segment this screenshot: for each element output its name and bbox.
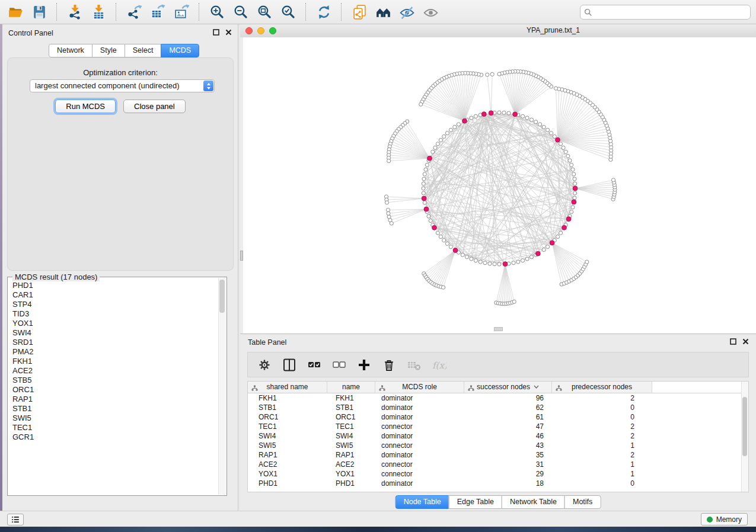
graph-node[interactable] bbox=[570, 210, 573, 214]
graph-hub-node[interactable] bbox=[462, 118, 467, 123]
graph-hub-node[interactable] bbox=[422, 196, 426, 201]
criterion-select[interactable]: largest connected component (undirected) bbox=[30, 79, 215, 92]
column-layout-button[interactable] bbox=[281, 357, 298, 373]
graph-node[interactable] bbox=[497, 111, 501, 114]
save-session-button[interactable] bbox=[28, 2, 50, 21]
graph-node[interactable] bbox=[470, 116, 473, 120]
graph-node[interactable] bbox=[390, 222, 393, 225]
graph-node[interactable] bbox=[493, 262, 496, 266]
graph-node[interactable] bbox=[445, 242, 449, 245]
table-scrollbar[interactable] bbox=[741, 382, 748, 492]
graph-node[interactable] bbox=[442, 239, 446, 242]
mcds-result-item[interactable]: YOX1 bbox=[12, 319, 219, 328]
graph-node[interactable] bbox=[439, 138, 442, 142]
graph-node[interactable] bbox=[562, 146, 565, 149]
graph-node[interactable] bbox=[422, 191, 425, 195]
graph-node[interactable] bbox=[542, 248, 546, 252]
graph-node[interactable] bbox=[488, 262, 492, 265]
memory-button[interactable]: Memory bbox=[701, 513, 748, 525]
column-header-name[interactable]: name bbox=[327, 382, 375, 393]
graph-node[interactable] bbox=[419, 102, 423, 106]
graph-node[interactable] bbox=[385, 201, 388, 204]
network-window-titlebar[interactable]: YPA_prune.txt_1 bbox=[240, 24, 756, 38]
mcds-result-item[interactable]: FKH1 bbox=[12, 357, 219, 366]
graph-node[interactable] bbox=[521, 259, 525, 262]
create-column-button[interactable] bbox=[356, 357, 372, 373]
graph-node[interactable] bbox=[566, 154, 570, 158]
graph-node[interactable] bbox=[525, 257, 529, 261]
graph-node[interactable] bbox=[507, 111, 511, 115]
graph-node[interactable] bbox=[423, 201, 426, 204]
column-header-successor-nodes[interactable]: successor nodes bbox=[464, 382, 552, 393]
graph-node[interactable] bbox=[564, 150, 567, 153]
table-row[interactable]: SWI4SWI4dominator462 bbox=[248, 431, 748, 441]
mcds-result-item[interactable]: PMA2 bbox=[12, 347, 219, 357]
graph-node[interactable] bbox=[573, 177, 576, 181]
graph-node[interactable] bbox=[542, 125, 546, 129]
graph-node[interactable] bbox=[422, 182, 425, 185]
mcds-result-item[interactable]: SWI4 bbox=[12, 328, 219, 338]
mcds-result-item[interactable]: STB5 bbox=[12, 376, 219, 385]
graph-node[interactable] bbox=[387, 159, 391, 163]
zoom-fit-button[interactable] bbox=[254, 2, 275, 21]
graph-hub-node[interactable] bbox=[489, 111, 493, 116]
graph-node[interactable] bbox=[525, 116, 529, 120]
table-tab-node-table[interactable]: Node Table bbox=[395, 495, 449, 509]
graph-node[interactable] bbox=[461, 253, 464, 257]
graph-node[interactable] bbox=[529, 118, 533, 121]
graph-node[interactable] bbox=[445, 132, 449, 135]
graph-node[interactable] bbox=[423, 172, 426, 176]
graph-hub-node[interactable] bbox=[453, 248, 458, 253]
graph-node[interactable] bbox=[453, 125, 457, 129]
table-row[interactable]: FKH1FKH1dominator962 bbox=[248, 393, 748, 403]
graph-node[interactable] bbox=[449, 128, 452, 132]
graph-node[interactable] bbox=[534, 120, 538, 124]
graph-node[interactable] bbox=[512, 261, 515, 265]
graph-node[interactable] bbox=[386, 208, 390, 211]
graph-hub-node[interactable] bbox=[562, 225, 567, 230]
table-row[interactable]: PHD1PHD1dominator180 bbox=[248, 479, 748, 488]
zoom-out-button[interactable] bbox=[230, 2, 251, 21]
graph-node[interactable] bbox=[516, 260, 520, 264]
graph-node[interactable] bbox=[585, 260, 589, 264]
table-scrollbar-thumb[interactable] bbox=[742, 397, 747, 456]
tab-select[interactable]: Select bbox=[125, 44, 162, 57]
refresh-layout-button[interactable] bbox=[313, 2, 334, 21]
table-row[interactable]: RAP1RAP1dominator352 bbox=[248, 450, 748, 460]
graph-hub-node[interactable] bbox=[550, 241, 554, 245]
graph-node[interactable] bbox=[568, 159, 572, 162]
table-settings-button[interactable] bbox=[256, 357, 273, 373]
graph-node[interactable] bbox=[427, 214, 430, 218]
graph-node[interactable] bbox=[497, 262, 501, 266]
run-mcds-button[interactable]: Run MCDS bbox=[55, 100, 116, 113]
table-row[interactable]: ORC1ORC1dominator610 bbox=[248, 412, 748, 422]
close-panel-icon[interactable] bbox=[225, 29, 232, 36]
graph-hub-node[interactable] bbox=[424, 207, 429, 211]
graph-node[interactable] bbox=[512, 300, 516, 303]
float-table-panel-icon[interactable] bbox=[730, 338, 736, 345]
graph-node[interactable] bbox=[483, 261, 487, 265]
graph-node[interactable] bbox=[554, 86, 557, 90]
search-box[interactable] bbox=[580, 5, 751, 20]
mcds-result-item[interactable]: STB1 bbox=[12, 404, 219, 414]
graph-node[interactable] bbox=[387, 211, 390, 215]
graph-node[interactable] bbox=[611, 178, 615, 182]
window-minimize-button[interactable] bbox=[257, 27, 264, 34]
mcds-result-item[interactable]: GCR1 bbox=[12, 432, 219, 442]
close-panel-button[interactable]: Close panel bbox=[123, 100, 186, 113]
table-row[interactable]: STB1STB1dominator620 bbox=[248, 403, 748, 412]
graph-node[interactable] bbox=[559, 231, 563, 235]
export-network-button[interactable] bbox=[123, 2, 145, 21]
graph-node[interactable] bbox=[436, 231, 439, 235]
graph-hub-node[interactable] bbox=[513, 112, 518, 117]
table-tab-network-table[interactable]: Network Table bbox=[502, 495, 565, 509]
network-canvas[interactable] bbox=[240, 37, 756, 334]
export-table-button[interactable] bbox=[147, 2, 168, 21]
graph-node[interactable] bbox=[571, 206, 575, 209]
column-header-MCDS-role[interactable]: MCDS role bbox=[375, 382, 464, 393]
graph-node[interactable] bbox=[573, 182, 577, 185]
mcds-result-item[interactable]: STP4 bbox=[12, 300, 219, 309]
table-tab-edge-table[interactable]: Edge Table bbox=[449, 495, 502, 509]
mcds-result-item[interactable]: CAR1 bbox=[12, 290, 219, 300]
graph-node[interactable] bbox=[424, 168, 428, 171]
